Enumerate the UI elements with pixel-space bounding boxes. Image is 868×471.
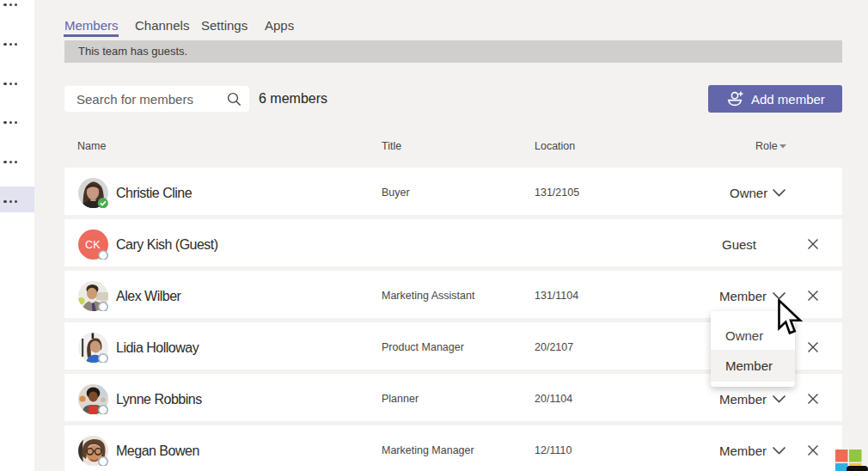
svg-text:CK: CK	[85, 239, 101, 251]
